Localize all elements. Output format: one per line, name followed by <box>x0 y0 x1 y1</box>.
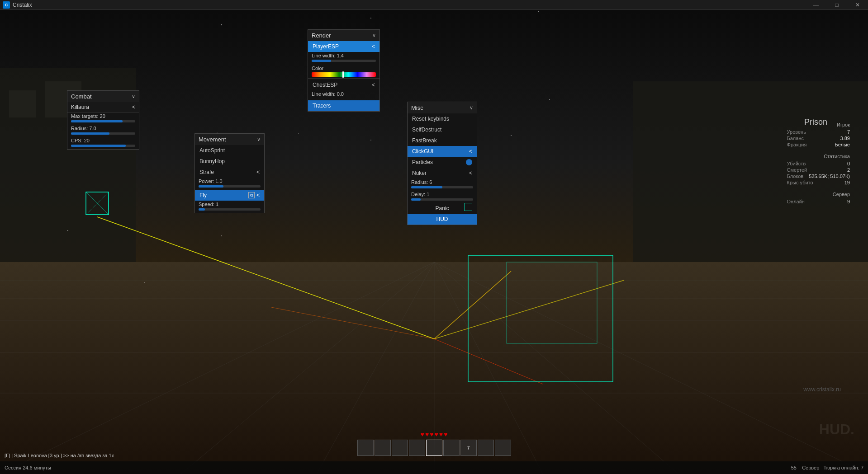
color-thumb <box>342 71 344 78</box>
chest-esp-row[interactable]: ChestESP < <box>308 80 379 90</box>
fly-button[interactable]: Fly ⧉ < <box>195 190 264 201</box>
chest-line-width-container: Line width: 0.0 <box>308 90 379 100</box>
nuker-item[interactable]: Nuker < <box>408 168 477 178</box>
bunnyhop-item[interactable]: BunnyHop <box>195 156 264 167</box>
radius-label: Radius: 7.0 <box>71 126 135 131</box>
session-value: 24.6 минуты <box>23 465 51 470</box>
game-scene <box>0 0 868 474</box>
hud-area: ♥ ♥ ♥ ♥ ♥ ♥ 7 <box>357 431 511 456</box>
click-gui-button[interactable]: ClickGUI < <box>408 146 477 157</box>
blocks-value: 525.65K; 510.07К) <box>809 174 850 179</box>
power-track[interactable] <box>199 185 261 188</box>
combat-title: Combat <box>71 93 92 100</box>
kills-row: Убийств 0 <box>787 161 850 166</box>
radius-container: Radius: 7.0 <box>67 125 139 137</box>
svg-point-32 <box>370 140 371 141</box>
level-label: Уровень <box>787 129 806 135</box>
maximize-button[interactable]: □ <box>826 0 847 10</box>
close-button[interactable]: ✕ <box>847 0 868 10</box>
blocks-row: Блоков 525.65K; 510.07К) <box>787 174 850 179</box>
nuker-radius-track[interactable] <box>411 186 473 188</box>
speed-label: Speed: 1 <box>199 202 261 207</box>
svg-point-35 <box>298 133 299 134</box>
misc-panel: Misc ∨ Reset keybinds SelfDestruct FastB… <box>407 102 477 225</box>
svg-point-30 <box>511 135 512 136</box>
nuker-radius-label: Radius: 6 <box>411 179 473 185</box>
hotbar-slot-3 <box>392 440 408 456</box>
heart-5: ♥ <box>439 431 443 438</box>
cps-track[interactable] <box>71 145 135 147</box>
rats-label: Крыс убито <box>787 180 813 185</box>
misc-chevron: ∨ <box>470 105 473 111</box>
line-width-track[interactable] <box>312 60 376 62</box>
nuker-radius-fill <box>411 186 442 188</box>
panic-item[interactable]: Panic <box>408 203 477 214</box>
misc-panel-header[interactable]: Misc ∨ <box>408 102 477 113</box>
server-section-title: Сервер <box>787 192 850 197</box>
deaths-row: Смертей 2 <box>787 167 850 173</box>
divider-1 <box>308 78 379 79</box>
strafe-item[interactable]: Strafe < <box>195 167 264 178</box>
speed-track[interactable] <box>199 208 261 211</box>
power-container: Power: 1.0 <box>195 178 264 190</box>
balance-row: Баланс 3.89 <box>787 136 850 141</box>
movement-panel: Movement ∨ AutoSprint BunnyHop Strafe < … <box>194 133 265 213</box>
heart-1: ♥ <box>421 431 424 438</box>
particles-item[interactable]: Particles <box>408 157 477 168</box>
killaura-label: Killaura <box>71 104 89 110</box>
nuker-delay-label: Delay: 1 <box>411 192 473 197</box>
render-chevron: ∨ <box>372 33 376 38</box>
svg-point-33 <box>549 99 550 100</box>
info-panel: Игрок Уровень 7 Баланс 3.89 Фракция Белы… <box>787 122 850 205</box>
heart-6: ♥ <box>444 431 447 438</box>
health-bar: ♥ ♥ ♥ ♥ ♥ ♥ <box>421 431 448 438</box>
combat-panel-header[interactable]: Combat ∨ <box>67 91 139 102</box>
svg-point-31 <box>67 230 68 231</box>
max-targets-container: Max targets: 20 <box>67 113 139 125</box>
max-targets-label: Max targets: 20 <box>71 113 135 119</box>
radius-fill <box>71 132 109 135</box>
player-esp-button[interactable]: PlayerESP < <box>308 41 379 52</box>
balance-label: Баланс <box>787 136 804 141</box>
movement-panel-header[interactable]: Movement ∨ <box>195 134 264 145</box>
stats-section-title: Статистика <box>787 154 850 159</box>
max-targets-fill <box>71 120 123 122</box>
statusbar-right: 55 Сервер Тюряга онлайн: 7 <box>791 465 863 470</box>
fly-expand-icon: ⧉ <box>248 192 255 198</box>
fast-break-item[interactable]: FastBreak <box>408 135 477 146</box>
kills-value: 0 <box>847 161 850 166</box>
hotbar-slot-2 <box>375 440 391 456</box>
faction-label: Фракция <box>787 142 807 147</box>
deaths-label: Смертей <box>787 167 807 173</box>
radius-track[interactable] <box>71 132 135 135</box>
rats-row: Крыс убито 19 <box>787 180 850 185</box>
online-row: Онлайн 9 <box>787 199 850 204</box>
chat-message: [Г] | Spaik Leonova [3 ур.] >> на /ah зв… <box>5 453 114 458</box>
tracers-button[interactable]: Tracers <box>308 100 379 111</box>
app-title: Cristalix <box>13 2 32 8</box>
color-bar[interactable] <box>312 72 376 77</box>
statusbar: Сессия 24.6 минуты 55 Сервер Тюряга онла… <box>0 461 868 474</box>
hotbar-slot-1 <box>357 440 374 456</box>
cps-label: CPS: 20 <box>71 138 135 143</box>
nuker-delay-track[interactable] <box>411 198 473 201</box>
render-panel-header[interactable]: Render ∨ <box>308 30 379 41</box>
chest-esp-box <box>84 190 111 219</box>
killaura-header[interactable]: Killaura < <box>67 102 139 113</box>
player-section-title: Игрок <box>787 122 850 127</box>
hud-button[interactable]: HUD <box>408 214 477 225</box>
killaura-chevron: < <box>132 104 135 110</box>
minimize-button[interactable]: — <box>806 0 826 10</box>
hotbar-slot-7: 7 <box>460 440 477 456</box>
hud-watermark: HUD. <box>819 421 854 438</box>
self-destruct-item[interactable]: SelfDestruct <box>408 124 477 135</box>
reset-keybinds-item[interactable]: Reset keybinds <box>408 113 477 124</box>
speed-container: Speed: 1 <box>195 201 264 213</box>
hotbar-slot-4 <box>409 440 425 456</box>
app-icon: C <box>3 1 10 9</box>
online-value: 9 <box>847 199 850 204</box>
autosprint-item[interactable]: AutoSprint <box>195 145 264 156</box>
svg-rect-15 <box>9 90 36 117</box>
nuker-delay-container: Delay: 1 <box>408 191 477 203</box>
max-targets-track[interactable] <box>71 120 135 122</box>
